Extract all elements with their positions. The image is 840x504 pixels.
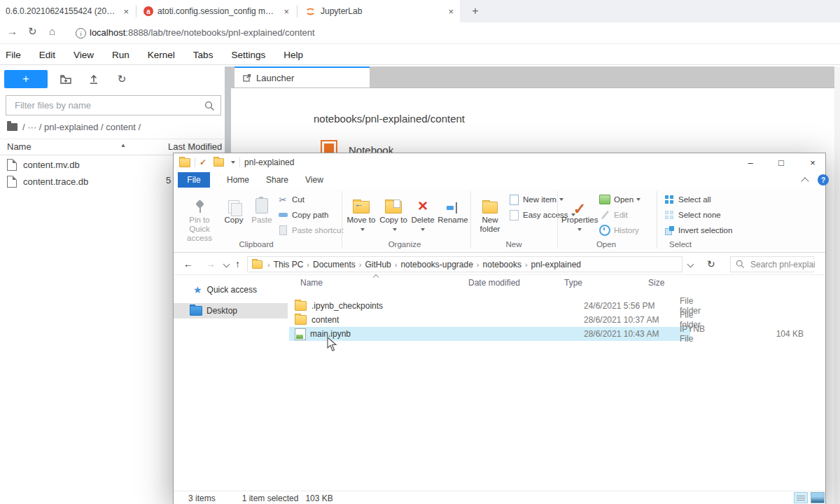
close-button[interactable]: ×	[801, 153, 825, 172]
new-folder-icon[interactable]	[58, 71, 74, 87]
column-size[interactable]: Size	[648, 278, 664, 288]
select-none-button[interactable]: Select none	[664, 208, 721, 222]
thumbnail-view-button[interactable]	[811, 492, 825, 503]
forward-icon[interactable]: →	[7, 25, 18, 37]
address-dropdown-icon[interactable]	[687, 261, 694, 268]
search-box[interactable]	[730, 256, 814, 272]
explorer-titlebar[interactable]: ✓ pnl-explained	[174, 153, 825, 172]
launcher-tab[interactable]: Launcher	[234, 66, 370, 88]
tab-file[interactable]: File	[178, 172, 210, 188]
menu-view[interactable]: View	[74, 50, 94, 60]
home-icon[interactable]: ⌂	[49, 25, 55, 37]
maximize-button[interactable]: □	[769, 153, 793, 172]
file-row-main-ipynb[interactable]: main.ipynb 28/6/2021 10:43 AM IPYNB File…	[289, 327, 690, 341]
tab-home[interactable]: Home	[227, 175, 249, 185]
refresh-icon[interactable]: ↻	[114, 71, 130, 87]
crumb-this-pc[interactable]: This PC	[274, 260, 304, 270]
copy-path-button[interactable]: Copy path	[277, 208, 328, 222]
new-item-button[interactable]: New item	[508, 192, 564, 206]
delete-button[interactable]: × Delete	[409, 191, 437, 234]
menu-edit[interactable]: Edit	[39, 50, 55, 60]
menu-settings[interactable]: Settings	[231, 50, 265, 60]
edit-button[interactable]: Edit	[599, 208, 628, 222]
address-bar[interactable]: localhost:8888/lab/tree/notebooks/pnl-ex…	[90, 27, 315, 38]
tab-view[interactable]: View	[305, 175, 323, 185]
qat-customize-icon[interactable]	[231, 161, 235, 164]
invert-selection-button[interactable]: Invert selection	[664, 223, 732, 237]
button-label: Copy path	[292, 211, 328, 219]
paste-button[interactable]: Paste	[248, 191, 276, 225]
tab-share[interactable]: Share	[266, 175, 288, 185]
close-tab-icon[interactable]: ×	[123, 6, 129, 17]
cut-button[interactable]: ✂ Cut	[277, 192, 304, 206]
new-tab-button[interactable]: +	[468, 4, 483, 19]
crumb-pnl-explained[interactable]: pnl-explained	[531, 260, 581, 270]
close-tab-icon[interactable]: ×	[448, 6, 454, 17]
nav-quick-access[interactable]: ★ Quick access	[174, 282, 288, 298]
sidebar-scrollbar[interactable]	[225, 66, 231, 153]
forward-icon[interactable]: →	[206, 258, 216, 270]
file-row-content[interactable]: content 28/6/2021 10:37 AM File folder	[289, 313, 690, 327]
menu-kernel[interactable]: Kernel	[148, 50, 175, 60]
file-filter[interactable]	[6, 95, 221, 115]
properties-button[interactable]: ✓ Properties	[561, 191, 598, 234]
open-icon	[599, 195, 610, 204]
minimize-button[interactable]: –	[738, 153, 762, 172]
column-type[interactable]: Type	[564, 278, 582, 288]
address-bar[interactable]: › This PC › Documents › GitHub › noteboo…	[247, 256, 682, 272]
crumb-notebooks[interactable]: notebooks	[483, 260, 522, 270]
copy-button[interactable]: Copy	[220, 191, 248, 225]
menu-tabs[interactable]: Tabs	[193, 50, 214, 60]
breadcrumb[interactable]: / ··· / pnl-explained / content /	[7, 120, 141, 134]
filter-input[interactable]	[13, 99, 198, 111]
crumb-notebooks-upgrade[interactable]: notebooks-upgrade	[400, 260, 472, 270]
column-name[interactable]: Name	[300, 278, 323, 288]
crumb-github[interactable]: GitHub	[365, 260, 391, 270]
details-view-button[interactable]	[794, 492, 808, 503]
main-scrollbar[interactable]	[834, 66, 840, 504]
column-last-modified[interactable]: Last Modified	[168, 141, 222, 152]
site-info-icon[interactable]: i	[76, 28, 86, 38]
rename-button[interactable]: Rename	[437, 191, 469, 225]
breadcrumb-path[interactable]: / ··· / pnl-explained / content /	[22, 122, 141, 132]
search-icon	[204, 101, 215, 111]
dropdown-caret	[393, 228, 397, 231]
copy-to-button[interactable]: Copy to	[378, 191, 409, 234]
column-date-modified[interactable]: Date modified	[468, 278, 520, 288]
pin-to-quick-access-button[interactable]: Pin to Quick access	[179, 191, 220, 243]
qat-properties-icon[interactable]: ✓	[200, 158, 206, 167]
reload-icon[interactable]: ↻	[28, 25, 37, 38]
paste-shortcut-button[interactable]: Paste shortcut	[277, 223, 344, 237]
root-folder-icon[interactable]	[7, 123, 18, 131]
file-row-ipynb-checkpoints[interactable]: .ipynb_checkpoints 24/6/2021 5:56 PM Fil…	[289, 299, 690, 313]
menu-run[interactable]: Run	[112, 50, 130, 60]
crumb-documents[interactable]: Documents	[313, 260, 356, 270]
help-icon[interactable]: ?	[818, 174, 829, 186]
move-to-button[interactable]: ← Move to	[346, 191, 377, 234]
recent-locations-icon[interactable]	[223, 261, 230, 268]
menu-file[interactable]: File	[6, 50, 21, 60]
new-folder-icon	[482, 202, 498, 214]
back-icon[interactable]: ←	[183, 258, 193, 270]
menu-help[interactable]: Help	[284, 50, 303, 60]
browser-tab-1[interactable]: 0.6.0.20210624155424 (2021-06-… ×	[0, 0, 134, 22]
up-icon[interactable]: ↑	[235, 258, 240, 270]
open-button[interactable]: Open	[599, 192, 640, 206]
browser-tab-2[interactable]: a atoti.config.session_config modu… ×	[138, 0, 295, 22]
upload-icon[interactable]	[86, 71, 102, 87]
nav-item-label: Desktop	[206, 306, 237, 316]
sort-asc-icon[interactable]: ▲	[120, 142, 126, 148]
select-all-button[interactable]: Select all	[664, 192, 711, 206]
new-folder-button[interactable]: New folder	[475, 191, 505, 234]
browser-tab-jupyterlab[interactable]: JupyterLab ×	[300, 0, 459, 22]
qat-newfolder-icon[interactable]	[214, 158, 224, 167]
close-tab-icon[interactable]: ×	[284, 6, 289, 17]
nav-desktop[interactable]: Desktop	[174, 303, 288, 318]
select-all-icon	[664, 195, 675, 204]
search-input[interactable]	[749, 259, 816, 270]
file-date: 24/6/2021 5:56 PM	[584, 301, 654, 311]
refresh-icon[interactable]: ↻	[707, 258, 715, 270]
new-launcher-button[interactable]: +	[4, 70, 48, 88]
column-name[interactable]: Name	[7, 141, 31, 152]
history-button[interactable]: History	[599, 223, 639, 237]
